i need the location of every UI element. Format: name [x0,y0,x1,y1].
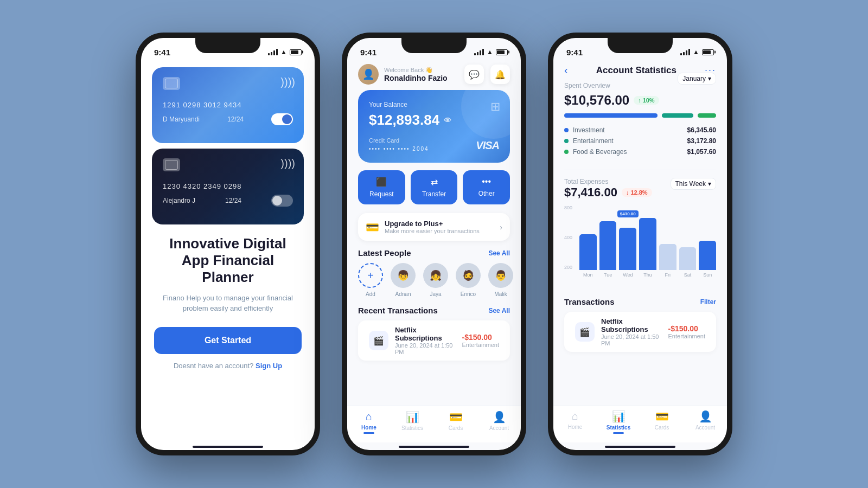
user-info: Welcome Back 👋 Ronaldinho Fazio [384,67,448,82]
nav-statistics-3[interactable]: 📊 Statistics [597,410,640,434]
nav-account-icon-3: 👤 [699,410,712,423]
visa-logo: VISA [476,139,499,152]
trans-amount-group: -$150.00 Entertainment [462,333,499,348]
expenses-label: Total Expenses [564,178,652,185]
phone-1-screen: 9:41 ▲ )))) 1291 029 [141,38,315,450]
request-icon: ⬛ [376,177,387,187]
nfc-icon-blue: )))) [280,76,295,88]
growth-up-icon: ↑ [638,97,641,104]
nav-home-3[interactable]: ⌂ Home [553,410,597,434]
transaction-netflix-3[interactable]: 🎬 Netflix Subscriptions June 20, 2024 at… [564,312,716,352]
balance-amount-value: $12,893.84 [369,112,439,129]
signal-bar-3 [273,50,275,55]
person-malik[interactable]: 👨 Malik [488,263,513,297]
upgrade-title: Upgrade to Plus+ [385,220,494,228]
card-blue[interactable]: )))) 1291 0298 3012 9434 D Maryuandi 12/… [152,67,304,143]
trans-info-netflix: Netflix Subscriptions June 20, 2024 at 1… [395,326,456,355]
upgrade-text: Upgrade to Plus+ Make more easier your t… [385,220,494,234]
month-select[interactable]: January ▾ [678,73,716,85]
nav-home-icon-3: ⌂ [572,410,578,422]
get-started-button[interactable]: Get Started [154,327,302,354]
wifi-icon-2: ▲ [487,48,493,56]
transactions-title-3: Transactions [564,297,615,306]
expenses-left: Total Expenses $7,416.00 ↓ 12.8% [564,178,652,203]
transfer-button[interactable]: ⇄ Transfer [411,170,458,204]
trans-amount-group-3: -$150.00 Entertainment [668,324,705,339]
upgrade-banner[interactable]: 💳 Upgrade to Plus+ Make more easier your… [358,213,510,241]
people-row: + Add 👦 Adnan 👧 Jaya 🧔 Enrico 👨 Malik 👱 [347,263,521,306]
nav-statistics-2[interactable]: 📊 Statistics [391,410,434,434]
signal-bar-1 [268,53,270,55]
bar-group-wed: $430.00 [619,205,636,270]
progress-food [698,113,716,118]
phone-2: 9:41 ▲ 👤 Welcome Back 👋 Ronaldi [342,33,526,455]
trans-name-netflix: Netflix Subscriptions [395,326,456,342]
phone-3: 9:41 ▲ ‹ Account Statistics ··· [548,33,732,455]
nav-home-2[interactable]: ⌂ Home [347,410,391,434]
other-button[interactable]: ••• Other [463,170,510,204]
nav-account-3[interactable]: 👤 Account [684,410,727,434]
person-enrico[interactable]: 🧔 Enrico [456,263,481,297]
filter-button[interactable]: Filter [700,298,716,306]
week-select[interactable]: This Week ▾ [671,178,716,190]
chip-dark [163,158,180,171]
back-button[interactable]: ‹ [564,64,568,76]
nav-cards-label-3: Cards [655,425,669,431]
y-label-800: 800 [564,205,572,210]
person-name-enrico: Enrico [461,291,476,297]
person-name-jaya: Jaya [430,291,441,297]
chart-y-labels: 800 400 200 [564,205,572,270]
nav-cards-3[interactable]: 💳 Cards [640,410,684,434]
person-jaya[interactable]: 👧 Jaya [423,263,448,297]
phone-1: 9:41 ▲ )))) 1291 029 [136,33,320,455]
legend-name-food: Food & Beverages [573,148,627,156]
transactions-see-all[interactable]: See All [488,307,510,314]
add-person-item[interactable]: + Add [358,263,383,297]
person-name-adnan: Adnan [395,291,411,297]
nav-cards-icon-2: 💳 [449,410,463,423]
toggle-blue[interactable] [271,113,293,125]
transfer-label: Transfer [422,190,446,198]
request-button[interactable]: ⬛ Request [358,170,405,204]
chip-inner-dark [165,160,178,170]
legend-name-entertainment: Entertainment [573,137,614,145]
user-name: Ronaldinho Fazio [384,74,448,82]
signal-bar-3-4 [688,49,690,55]
people-see-all[interactable]: See All [488,249,510,257]
trans-category-netflix-3: Entertainment [668,333,705,339]
status-icons-3: ▲ [680,48,714,56]
transaction-item-netflix[interactable]: 🎬 Netflix Subscriptions June 20, 2024 at… [358,320,510,361]
y-label-400: 400 [564,235,572,240]
month-chevron-icon: ▾ [708,75,711,82]
progress-investment [564,113,658,118]
chart-day-labels: Mon Tue Wed Thu Fri Sat Sun [564,272,716,278]
signal-bars-3 [680,49,690,55]
battery-fill-2 [497,50,505,54]
message-button[interactable]: 💬 [464,65,484,84]
legend-dot-entertainment [564,139,569,143]
nav-account-2[interactable]: 👤 Account [477,410,521,434]
nav-cards-2[interactable]: 💳 Cards [434,410,477,434]
person-adnan[interactable]: 👦 Adnan [391,263,416,297]
status-time-2: 9:41 [360,48,376,57]
card-dark[interactable]: )))) 1230 4320 2349 0298 Alejandro J 12/… [152,149,304,224]
legend-dot-investment [564,128,569,132]
day-label-thu: Thu [639,272,656,278]
trans-name-netflix-3: Netflix Subscriptions [601,317,662,333]
trans-info-netflix-3: Netflix Subscriptions June 20, 2024 at 1… [601,317,662,346]
upgrade-subtitle: Make more easier your transactions [385,228,494,234]
toggle-dark[interactable] [271,195,293,207]
card-name-dark: Alejandro J [163,197,195,204]
balance-amount: $12,893.84 👁 [369,112,499,129]
home-user: 👤 Welcome Back 👋 Ronaldinho Fazio [358,64,448,85]
notification-button[interactable]: 🔔 [490,65,510,84]
signup-link[interactable]: Sign Up [256,362,282,370]
home-header: 👤 Welcome Back 👋 Ronaldinho Fazio 💬 🔔 [347,62,521,90]
signup-text: Doesnt have an account? Sign Up [154,362,302,370]
expenses-section: Total Expenses $7,416.00 ↓ 12.8% This We… [553,178,727,292]
card-expiry-text-dark: 12/24 [225,197,241,204]
card-footer-blue: D Maryuandi 12/24 [163,113,293,125]
bar-mon [579,234,597,270]
eye-icon[interactable]: 👁 [444,116,451,125]
transactions-section-3: Transactions Filter 🎬 Netflix Subscripti… [553,292,727,355]
